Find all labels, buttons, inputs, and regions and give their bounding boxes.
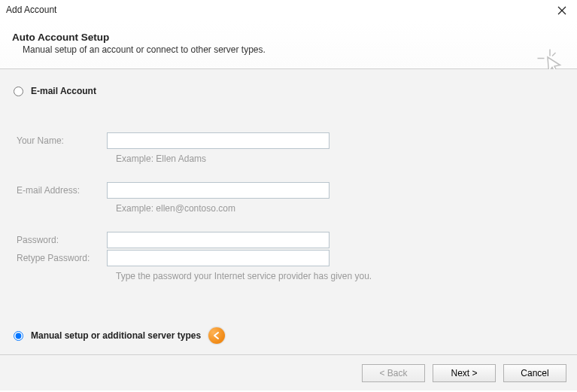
arrow-left-icon (212, 331, 221, 340)
header-title: Auto Account Setup (12, 32, 565, 43)
window-title: Add Account (6, 5, 56, 15)
cancel-button[interactable]: Cancel (503, 364, 566, 382)
close-button[interactable] (554, 3, 569, 18)
close-icon (557, 6, 566, 15)
header-subtitle: Manual setup of an account or connect to… (23, 44, 565, 55)
back-button[interactable]: < Back (362, 364, 425, 382)
your-name-input[interactable] (107, 132, 329, 149)
email-account-label: E-mail Account (31, 86, 96, 96)
email-fields-group: Your Name: Example: Ellen Adams E-mail A… (14, 132, 563, 281)
manual-setup-option[interactable]: Manual setup or additional server types (14, 327, 225, 344)
wizard-header: Auto Account Setup Manual setup of an ac… (0, 21, 577, 68)
email-label: E-mail Address: (14, 185, 107, 196)
password-input[interactable] (107, 232, 329, 248)
retype-password-label: Retype Password: (14, 253, 107, 263)
highlight-badge (208, 327, 225, 344)
your-name-example: Example: Ellen Adams (116, 153, 206, 164)
email-input[interactable] (107, 182, 329, 199)
email-account-option[interactable]: E-mail Account (14, 86, 563, 96)
password-label: Password: (14, 235, 107, 245)
retype-password-input[interactable] (107, 250, 329, 266)
email-account-radio[interactable] (14, 87, 23, 96)
email-example: Example: ellen@contoso.com (116, 203, 235, 214)
password-hint: Type the password your Internet service … (116, 271, 372, 281)
manual-setup-label: Manual setup or additional server types (31, 330, 201, 341)
wizard-footer: < Back Next > Cancel (0, 354, 577, 390)
next-button[interactable]: Next > (433, 364, 496, 382)
wizard-body: E-mail Account Your Name: Example: Ellen… (0, 69, 577, 354)
svg-line-4 (552, 53, 556, 56)
manual-setup-radio[interactable] (14, 331, 23, 341)
your-name-label: Your Name: (14, 135, 107, 146)
add-account-dialog: Add Account Auto Account Setup Manual se… (0, 0, 577, 392)
titlebar: Add Account (0, 0, 577, 21)
